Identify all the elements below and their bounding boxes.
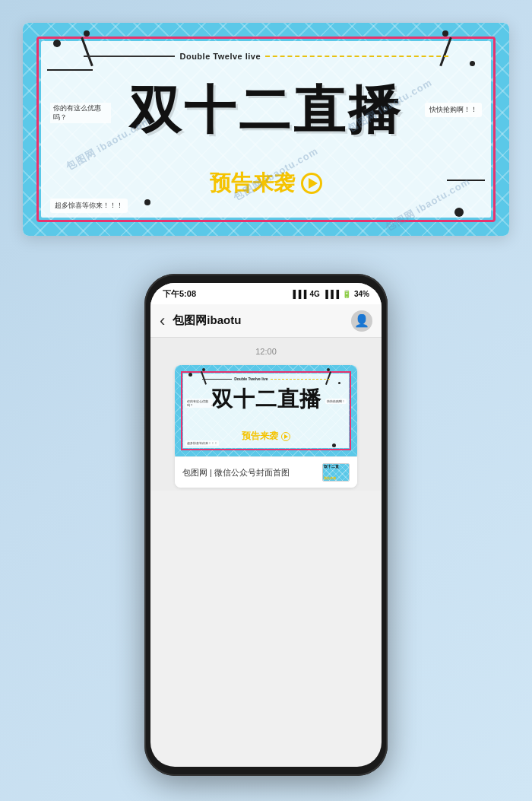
- antenna-right-icon: [442, 30, 448, 67]
- mini-banner: Double Twelve live 双十二直播 预告来袭: [175, 365, 357, 456]
- mini-antenna-ball-left: [202, 368, 205, 371]
- left-small-text: 你的有这么优惠吗？: [50, 103, 111, 123]
- live-header-bar: Double Twelve live: [84, 52, 448, 61]
- deco-dot-2: [470, 61, 475, 66]
- status-time: 下午5:08: [163, 288, 196, 300]
- mini-live-header: Double Twelve live: [202, 377, 330, 381]
- mini-play-triangle: [284, 434, 288, 439]
- message-timestamp: 12:00: [150, 338, 382, 362]
- bottom-tag-text: 超多惊喜等你来！！！: [50, 199, 128, 213]
- header-line-dashed: [265, 56, 448, 57]
- mini-header-line-left: [202, 379, 232, 380]
- h-line-top-left: [47, 69, 93, 71]
- play-button-icon[interactable]: [301, 173, 322, 194]
- mini-sub-title-bar: 预告来袭: [242, 430, 290, 443]
- mini-header-line-dashed: [271, 379, 330, 380]
- mini-bottom-tag: 超多惊喜等你来！！！: [185, 440, 219, 446]
- deco-dot-3: [454, 208, 464, 217]
- status-bar: 下午5:08 ▐▐▐ 4G ▐▐▐ 🔋 34%: [150, 283, 382, 304]
- back-button[interactable]: ‹: [160, 311, 165, 331]
- mini-sub-title-text: 预告来袭: [242, 430, 278, 443]
- live-header-text: Double Twelve live: [179, 52, 261, 61]
- phone-screen: 下午5:08 ▐▐▐ 4G ▐▐▐ 🔋 34% ‹ 包图网ibaotu 👤: [150, 283, 382, 767]
- phone-body: 下午5:08 ▐▐▐ 4G ▐▐▐ 🔋 34% ‹ 包图网ibaotu 👤: [144, 274, 388, 776]
- info-thumb-title: 双十二直: [324, 465, 339, 469]
- signal-icon: ▐▐▐: [290, 290, 306, 298]
- deco-dot-4: [144, 199, 150, 205]
- header-line-left: [84, 56, 175, 57]
- info-text-label: 包图网 | 微信公众号封面首图: [182, 467, 290, 478]
- play-triangle-icon: [309, 178, 318, 189]
- message-bubble: Double Twelve live 双十二直播 预告来袭: [175, 365, 357, 488]
- mini-dot-3: [332, 443, 336, 447]
- avatar-person-icon: 👤: [354, 313, 369, 328]
- info-thumbnail: 双十二直 预告来袭: [322, 463, 350, 482]
- chat-area: 12:00: [150, 338, 382, 491]
- signal-icon-2: ▐▐▐: [323, 290, 339, 298]
- antenna-left-icon: [84, 30, 90, 67]
- nav-bar: ‹ 包图网ibaotu 👤: [150, 304, 382, 338]
- mini-live-text: Double Twelve live: [234, 377, 268, 381]
- mini-dot-2: [338, 382, 340, 384]
- battery-icon: 🔋: [342, 290, 351, 298]
- status-right-icons: ▐▐▐ 4G ▐▐▐ 🔋 34%: [290, 290, 369, 298]
- banner-outer: Double Twelve live 双十二直播 预告来袭 你的有这么优惠吗？ …: [23, 23, 509, 236]
- avatar-icon: 👤: [351, 310, 372, 332]
- right-small-text: 快快抢购啊！！: [425, 103, 482, 117]
- mini-left-text: 你的有这么优惠吗？: [185, 399, 213, 408]
- info-thumb-sub: 预告来袭: [324, 476, 336, 480]
- info-row: 包图网 | 微信公众号封面首图 双十二直 预告来袭: [175, 456, 357, 488]
- battery-level: 34%: [354, 290, 369, 298]
- phone-mockup: 下午5:08 ▐▐▐ 4G ▐▐▐ 🔋 34% ‹ 包图网ibaotu 👤: [144, 274, 388, 776]
- mini-play-button-icon: [281, 432, 290, 441]
- signal-label: 4G: [309, 290, 319, 298]
- h-line-bottom-right: [447, 180, 485, 181]
- mini-right-text: 快快抢购啊！: [325, 399, 347, 404]
- chat-message-bubble: Double Twelve live 双十二直播 预告来袭: [150, 362, 382, 491]
- sub-title-bar: 预告来袭: [210, 169, 322, 198]
- mini-dot-1: [188, 373, 192, 377]
- antenna-ball-right: [442, 30, 448, 37]
- top-banner-section: Double Twelve live 双十二直播 预告来袭 你的有这么优惠吗？ …: [23, 23, 509, 236]
- antenna-ball-left: [84, 30, 90, 37]
- sub-title-text: 预告来袭: [210, 169, 295, 198]
- deco-dot-1: [53, 40, 61, 47]
- nav-title: 包图网ibaotu: [173, 313, 344, 328]
